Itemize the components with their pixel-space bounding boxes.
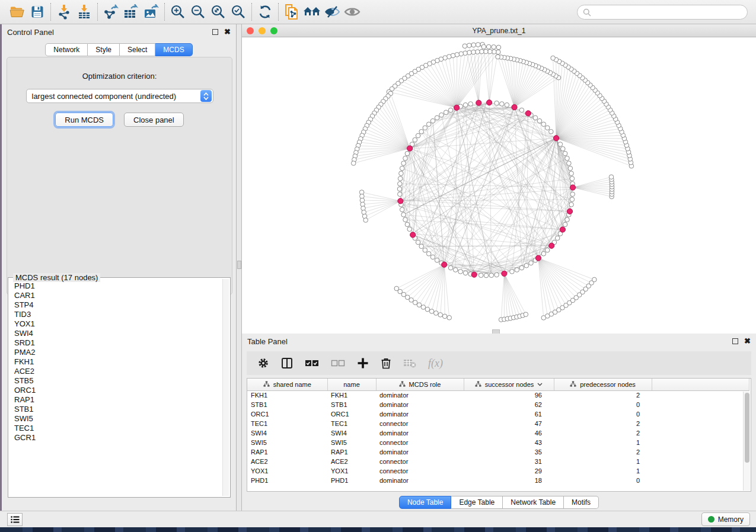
zoom-fit-icon[interactable]	[208, 3, 228, 21]
network-node[interactable]	[545, 126, 550, 130]
network-node[interactable]	[471, 50, 476, 55]
refresh-icon[interactable]	[255, 3, 275, 21]
tab-motifs[interactable]: Motifs	[564, 496, 599, 509]
cell-name[interactable]: PHD1	[327, 476, 376, 485]
network-node[interactable]	[463, 51, 468, 56]
cell-shared_name[interactable]: RAP1	[247, 447, 327, 457]
network-canvas[interactable]	[242, 37, 756, 334]
mcds-dominator-node[interactable]	[549, 243, 554, 248]
import-table-icon[interactable]	[74, 3, 94, 21]
network-node[interactable]	[421, 305, 426, 310]
table-row[interactable]: SWI4SWI4dominator462	[247, 428, 749, 438]
cell-shared_name[interactable]: PHD1	[247, 476, 327, 485]
column-header-name[interactable]: name	[327, 379, 376, 390]
mcds-dominator-node[interactable]	[407, 146, 413, 151]
column-settings-icon[interactable]	[257, 357, 269, 369]
network-node[interactable]	[555, 236, 560, 241]
column-header-predecessor-nodes[interactable]: predecessor nodes	[554, 379, 652, 390]
network-node[interactable]	[495, 273, 499, 277]
network-node[interactable]	[537, 118, 542, 123]
search-box[interactable]	[577, 5, 748, 20]
network-node[interactable]	[484, 49, 489, 54]
network-node[interactable]	[403, 217, 408, 222]
network-node[interactable]	[416, 133, 420, 138]
cell-successor_nodes[interactable]: 18	[464, 476, 554, 485]
network-node[interactable]	[467, 43, 472, 48]
table-row[interactable]: SWI5SWI5connector431	[247, 438, 749, 447]
network-node[interactable]	[426, 122, 431, 127]
tab-network-table[interactable]: Network Table	[503, 496, 564, 509]
float-panel-icon[interactable]	[212, 29, 218, 35]
cell-predecessor_nodes[interactable]: 0	[554, 476, 652, 485]
cell-predecessor_nodes[interactable]: 1	[554, 438, 652, 447]
mcds-dominator-node[interactable]	[535, 255, 541, 261]
network-node[interactable]	[567, 161, 572, 166]
tab-style[interactable]: Style	[88, 43, 120, 56]
table-row[interactable]: PHD1PHD1dominator180	[247, 476, 749, 485]
cell-name[interactable]: ACE2	[327, 457, 376, 466]
mcds-dominator-node[interactable]	[398, 198, 403, 204]
mcds-result-item[interactable]: ORC1	[14, 386, 222, 395]
tab-node-table[interactable]: Node Table	[399, 496, 452, 509]
network-node[interactable]	[561, 146, 566, 151]
network-node[interactable]	[426, 252, 431, 257]
table-row[interactable]: YOX1YOX1connector291	[247, 466, 749, 476]
network-node[interactable]	[592, 277, 597, 282]
show-hidden-icon[interactable]	[342, 3, 362, 21]
table-scrollbar-thumb[interactable]	[745, 393, 749, 463]
export-image-icon[interactable]	[141, 3, 161, 21]
network-node[interactable]	[462, 44, 467, 49]
cell-predecessor_nodes[interactable]: 2	[554, 390, 652, 400]
cell-successor_nodes[interactable]: 62	[464, 400, 554, 409]
network-node[interactable]	[423, 126, 428, 130]
network-node[interactable]	[434, 311, 439, 316]
network-node[interactable]	[565, 156, 570, 161]
clone-network-icon[interactable]	[282, 3, 302, 21]
mcds-result-item[interactable]: ACE2	[14, 367, 222, 376]
network-node[interactable]	[565, 217, 570, 222]
network-node[interactable]	[488, 49, 493, 54]
cell-name[interactable]: TEC1	[327, 419, 376, 428]
cell-name[interactable]: RAP1	[327, 447, 376, 457]
network-node[interactable]	[481, 44, 486, 49]
cell-shared_name[interactable]: SWI4	[247, 428, 327, 438]
network-node[interactable]	[463, 102, 468, 107]
cell-successor_nodes[interactable]: 46	[464, 428, 554, 438]
network-node[interactable]	[492, 45, 496, 50]
network-node[interactable]	[568, 166, 573, 171]
mcds-result-item[interactable]: FKH1	[14, 357, 222, 367]
cell-successor_nodes[interactable]: 29	[464, 466, 554, 476]
cell-name[interactable]: FKH1	[327, 390, 376, 400]
network-node[interactable]	[405, 151, 410, 156]
cell-name[interactable]: STB1	[327, 400, 376, 409]
network-node[interactable]	[416, 240, 420, 245]
network-node[interactable]	[430, 118, 435, 123]
network-node[interactable]	[401, 161, 406, 166]
mcds-dominator-node[interactable]	[442, 262, 447, 267]
network-node[interactable]	[397, 187, 402, 191]
network-node[interactable]	[515, 268, 519, 273]
network-node[interactable]	[549, 129, 554, 134]
network-node[interactable]	[570, 177, 575, 181]
network-node[interactable]	[529, 261, 534, 265]
cell-mcds_role[interactable]: dominator	[376, 400, 464, 409]
close-panel-button[interactable]: Close panel	[124, 113, 184, 127]
cell-shared_name[interactable]: TEC1	[247, 419, 327, 428]
network-node[interactable]	[435, 258, 439, 262]
hide-selected-icon[interactable]	[322, 3, 342, 21]
close-panel-icon[interactable]: ✖	[744, 338, 751, 344]
network-node[interactable]	[419, 129, 424, 134]
split-panel-icon[interactable]	[281, 357, 293, 369]
cell-predecessor_nodes[interactable]: 1	[554, 466, 652, 476]
table-row[interactable]: TEC1TEC1connector472	[247, 419, 749, 428]
mcds-dominator-node[interactable]	[476, 100, 481, 105]
mcds-result-item[interactable]: RAP1	[14, 395, 222, 405]
mcds-result-item[interactable]: SRD1	[14, 338, 222, 348]
network-node[interactable]	[403, 156, 408, 161]
cell-shared_name[interactable]: SWI5	[247, 438, 327, 447]
tab-edge-table[interactable]: Edge Table	[451, 496, 503, 509]
criterion-dropdown[interactable]: largest connected component (undirected)	[26, 89, 213, 103]
close-panel-icon[interactable]: ✖	[224, 29, 231, 35]
network-node[interactable]	[558, 142, 563, 147]
network-node[interactable]	[435, 116, 439, 120]
